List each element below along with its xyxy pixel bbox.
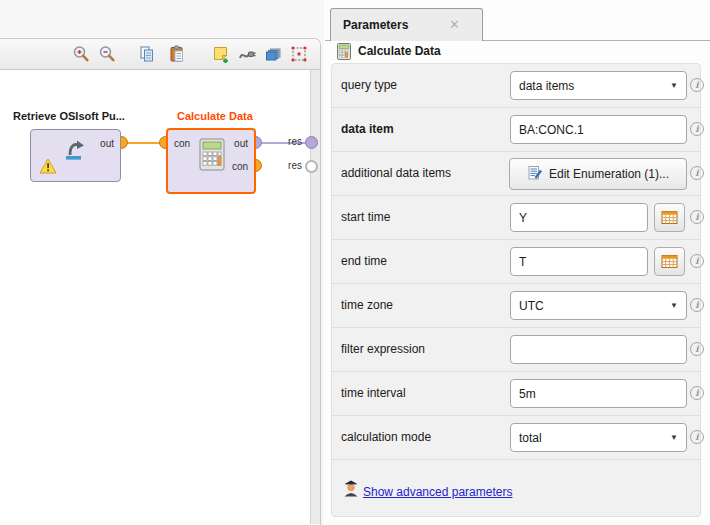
canvas-toolbar — [0, 39, 320, 70]
info-icon[interactable]: i — [690, 210, 704, 224]
input-value: Y — [519, 211, 527, 225]
selected-operator-title: Calculate Data — [358, 44, 441, 58]
param-label: start time — [341, 196, 390, 239]
process-area: Retrieve OSIsoft Pu... out Calculate Dat… — [0, 0, 324, 525]
info-icon[interactable]: i — [690, 342, 704, 356]
process-canvas[interactable]: Retrieve OSIsoft Pu... out Calculate Dat… — [0, 70, 320, 524]
chevron-down-icon: ▼ — [670, 433, 678, 442]
dropdown-value: UTC — [519, 299, 544, 313]
calendar-icon — [661, 254, 678, 269]
time-interval-input[interactable]: 5m — [510, 379, 687, 408]
calculation-mode-dropdown[interactable]: total ▼ — [510, 423, 687, 452]
param-label: end time — [341, 240, 387, 283]
parameters-panel: Parameters ✕ Calculate Data query type d… — [325, 0, 710, 525]
calendar-icon — [661, 210, 678, 225]
port-label-out: out — [234, 137, 248, 150]
operator-retrieve-osisoft[interactable]: out — [30, 129, 121, 182]
param-label: query type — [341, 64, 397, 107]
param-row-time-zone: time zone UTC ▼ i — [332, 284, 700, 328]
zoom-in-icon[interactable] — [72, 45, 90, 63]
info-icon[interactable]: i — [690, 122, 704, 136]
result-port-1[interactable] — [305, 136, 318, 149]
rewire-icon[interactable] — [238, 45, 256, 63]
result-port-label: res — [282, 136, 302, 147]
info-icon[interactable]: i — [690, 430, 704, 444]
wizard-icon — [343, 480, 359, 501]
zoom-out-icon[interactable] — [98, 45, 116, 63]
input-value: 5m — [519, 387, 536, 401]
input-value: T — [519, 255, 526, 269]
arrange-operators-icon[interactable] — [264, 45, 282, 63]
param-row-start-time: start time Y i — [332, 196, 700, 240]
info-icon[interactable]: i — [690, 298, 704, 312]
port-label-con: con — [174, 137, 190, 150]
param-row-data-item: data item BA:CONC.1 i — [332, 108, 700, 152]
tab-parameters[interactable]: Parameters ✕ — [330, 8, 483, 41]
info-icon[interactable]: i — [690, 166, 704, 180]
start-time-calendar-button[interactable] — [654, 203, 685, 232]
process-frame: Retrieve OSIsoft Pu... out Calculate Dat… — [0, 38, 321, 525]
port-label-out: out — [100, 137, 114, 150]
operator-label: Calculate Data — [177, 110, 253, 122]
end-time-calendar-button[interactable] — [654, 247, 685, 276]
data-item-input[interactable]: BA:CONC.1 — [510, 115, 687, 144]
chevron-down-icon: ▼ — [670, 301, 678, 310]
tab-title: Parameters — [343, 18, 408, 32]
retrieve-icon — [60, 136, 90, 168]
app-window: Retrieve OSIsoft Pu... out Calculate Dat… — [0, 0, 710, 525]
filter-expression-input[interactable] — [510, 335, 687, 364]
start-time-input[interactable]: Y — [510, 203, 648, 232]
param-row-filter-expression: filter expression i — [332, 328, 700, 372]
dropdown-value: data items — [519, 79, 574, 93]
close-icon[interactable]: ✕ — [449, 17, 460, 32]
param-label: time interval — [341, 372, 406, 415]
param-row-additional-data-items: additional data items Edit Enumeration (… — [332, 152, 700, 196]
show-advanced-parameters-link[interactable]: Show advanced parameters — [363, 485, 512, 499]
tab-divider — [483, 40, 710, 41]
query-type-dropdown[interactable]: data items ▼ — [510, 71, 687, 100]
edit-list-icon — [527, 165, 543, 184]
time-zone-dropdown[interactable]: UTC ▼ — [510, 291, 687, 320]
copy-icon[interactable] — [138, 45, 156, 63]
param-label: time zone — [341, 284, 393, 327]
param-footer: Show advanced parameters — [332, 460, 700, 517]
param-row-time-interval: time interval 5m i — [332, 372, 700, 416]
chevron-down-icon: ▼ — [670, 81, 678, 90]
param-row-query-type: query type data items ▼ i — [332, 64, 700, 108]
param-row-end-time: end time T i — [332, 240, 700, 284]
add-note-icon[interactable] — [212, 45, 230, 63]
button-label: Edit Enumeration (1)... — [549, 167, 669, 181]
param-label: filter expression — [341, 328, 425, 371]
paste-icon[interactable] — [168, 45, 186, 63]
calculator-icon — [199, 138, 225, 176]
result-port-label: res — [282, 160, 302, 171]
operator-calculate-data[interactable]: con out con — [166, 128, 256, 194]
info-icon[interactable]: i — [690, 78, 704, 92]
dropdown-value: total — [519, 431, 542, 445]
param-label: calculation mode — [341, 416, 431, 459]
input-value: BA:CONC.1 — [519, 123, 584, 137]
end-time-input[interactable]: T — [510, 247, 648, 276]
calculator-icon — [337, 43, 351, 64]
operator-label: Retrieve OSIsoft Pu... — [13, 110, 125, 122]
port-label-con: con — [232, 160, 248, 173]
parameters-group: query type data items ▼ i data item BA:C… — [331, 63, 701, 517]
fit-view-icon[interactable] — [290, 45, 308, 63]
result-port-2[interactable] — [305, 160, 318, 173]
warning-icon[interactable] — [39, 158, 57, 178]
additional-data-items-button[interactable]: Edit Enumeration (1)... — [509, 158, 687, 190]
param-row-calculation-mode: calculation mode total ▼ i — [332, 416, 700, 460]
info-icon[interactable]: i — [690, 254, 704, 268]
param-label: data item — [341, 108, 394, 151]
param-label: additional data items — [341, 152, 451, 195]
info-icon[interactable]: i — [690, 386, 704, 400]
